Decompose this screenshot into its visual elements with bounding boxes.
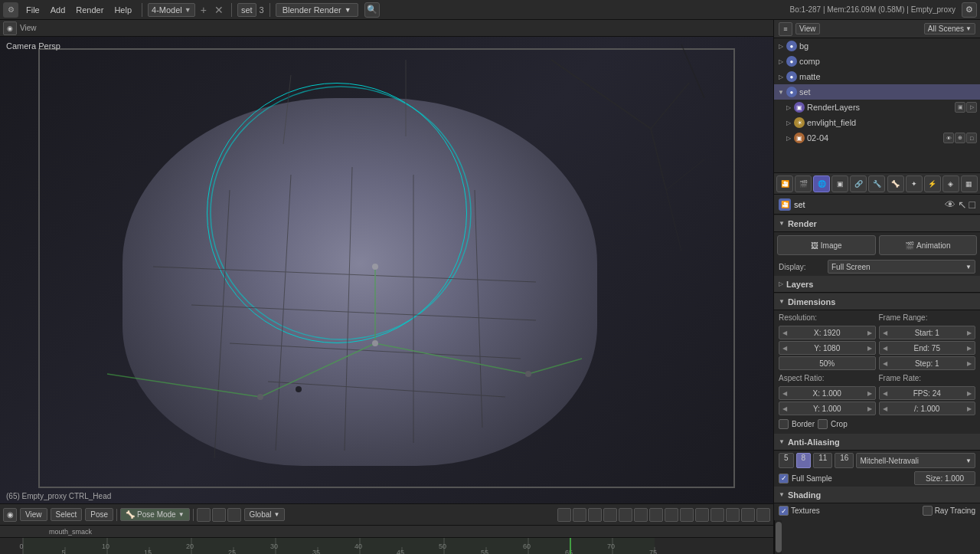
arrow-left[interactable]: ◀	[781, 390, 789, 397]
arrow-right[interactable]: ▶	[965, 405, 973, 412]
ctrl-btn7[interactable]	[649, 508, 663, 522]
scene-name[interactable]: set	[237, 3, 256, 17]
display-dropdown[interactable]: Full Screen ▼	[828, 260, 975, 274]
menu-help[interactable]: Help	[109, 4, 136, 16]
res-x-input[interactable]: ◀ X: 1920 ▶	[779, 326, 876, 339]
arrow-right[interactable]: ▶	[866, 329, 874, 336]
ctrl-btn5[interactable]	[619, 508, 632, 522]
viewport-body[interactable]: Camera Persp (65) Empty_proxy CTRL_Head	[0, 37, 773, 503]
render-icon-btn2[interactable]: ▷	[966, 102, 977, 113]
shading-section-header[interactable]: ▼ Shading	[774, 487, 980, 503]
view-btn[interactable]: View	[795, 23, 820, 34]
textures-checkbox[interactable]: ✓	[779, 506, 789, 516]
render-toggle-icon[interactable]: □	[969, 198, 975, 211]
search-icon[interactable]: 🔍	[364, 2, 380, 18]
outliner-item-comp[interactable]: ▷ ● comp	[774, 54, 980, 69]
arrow-right[interactable]: ▶	[965, 360, 973, 367]
ctrl-btn6[interactable]	[634, 508, 648, 522]
ctrl-btn3[interactable]	[588, 508, 602, 522]
ctrl-btn10[interactable]	[695, 508, 709, 522]
ctrl-btn4[interactable]	[603, 508, 617, 522]
mode-selector[interactable]: 🦴 Pose Mode ▼	[120, 508, 190, 521]
outliner-item-02-04[interactable]: ▷ ▣ 02-04 👁 ⊕ □	[774, 130, 980, 146]
material-props-icon[interactable]: ◈	[942, 175, 959, 192]
view-label[interactable]: View	[20, 24, 37, 32]
scene-props-icon[interactable]: 🎬	[795, 175, 812, 192]
ctrl-btn1[interactable]	[557, 508, 571, 522]
menu-render[interactable]: Render	[71, 4, 108, 16]
timeline-ruler[interactable]: 0 5 10 15 20 25 30 35 40 45 50	[0, 537, 773, 554]
border-checkbox[interactable]	[779, 419, 789, 429]
engine-selector[interactable]: Blender Render ▼	[276, 3, 358, 17]
ctrl-btn2[interactable]	[573, 508, 586, 522]
render-section-header[interactable]: ▼ Render	[774, 215, 980, 232]
ctrl-btn9[interactable]	[680, 508, 694, 522]
outliner-item-renderlayers[interactable]: ▷ ▣ RenderLayers ▣ ▷	[774, 100, 980, 115]
percent-input[interactable]: 50%	[779, 356, 876, 370]
ctrl-btn13[interactable]	[741, 508, 755, 522]
arrow-left[interactable]: ◀	[781, 345, 789, 352]
render-props-icon[interactable]: 🎦	[776, 175, 793, 192]
image-render-btn[interactable]: 🖼 Image	[777, 235, 876, 255]
fps-input[interactable]: ◀ FPS: 24 ▶	[879, 386, 976, 400]
outliner-item-set[interactable]: ▼ ● set	[774, 84, 980, 100]
start-input[interactable]: ◀ Start: 1 ▶	[879, 326, 976, 339]
ctrl-btn8[interactable]	[665, 508, 678, 522]
view-icon[interactable]: ◉	[3, 21, 17, 35]
snap-btn2[interactable]	[212, 508, 226, 522]
ray-tracing-checkbox[interactable]	[923, 506, 933, 516]
arrow-right[interactable]: ▶	[866, 390, 874, 397]
layers-section-header[interactable]: ▷ Layers	[774, 276, 980, 293]
res-y-input[interactable]: ◀ Y: 1080 ▶	[779, 341, 876, 355]
arrow-left[interactable]: ◀	[881, 329, 889, 336]
outliner-icon[interactable]: ≡	[779, 22, 792, 36]
armature-props-icon[interactable]: 🦴	[887, 175, 904, 192]
pose-btn[interactable]: Pose	[85, 508, 113, 521]
arrow-right[interactable]: ▶	[965, 345, 973, 352]
ctrl-btn14[interactable]	[756, 508, 770, 522]
constraint-props-icon[interactable]: 🔗	[850, 175, 867, 192]
cursor-icon[interactable]: ⊕	[955, 133, 965, 143]
step-input[interactable]: ◀ Step: 1 ▶	[879, 356, 976, 370]
snap-btn1[interactable]	[197, 508, 211, 522]
mesh-icon[interactable]: ◉	[3, 508, 17, 522]
arrow-left[interactable]: ◀	[881, 360, 889, 367]
scroll-thumb[interactable]	[776, 522, 782, 552]
aa-filter-dropdown[interactable]: Mitchell-Netravali ▼	[856, 453, 975, 468]
menu-add[interactable]: Add	[46, 4, 70, 16]
object-props-icon[interactable]: ▣	[831, 175, 848, 192]
arrow-left[interactable]: ◀	[881, 405, 889, 412]
right-scrollbar[interactable]	[774, 520, 782, 554]
crop-checkbox[interactable]	[818, 419, 828, 429]
ctrl-btn11[interactable]	[710, 508, 724, 522]
eye-icon[interactable]: 👁	[943, 133, 954, 143]
aa-section-header[interactable]: ▼ Anti-Aliasing	[774, 434, 980, 451]
outliner-item-matte[interactable]: ▷ ● matte	[774, 69, 980, 84]
size-input[interactable]: Size: 1.000	[914, 471, 975, 485]
particle-props-icon[interactable]: ✦	[906, 175, 923, 192]
outliner-item-bg[interactable]: ▷ ● bg	[774, 38, 980, 54]
modifier-props-icon[interactable]: 🔧	[868, 175, 885, 192]
snap-btn3[interactable]	[227, 508, 241, 522]
texture-props-icon[interactable]: ▦	[961, 175, 978, 192]
dims-section-header[interactable]: ▼ Dimensions	[774, 293, 980, 310]
search-btn[interactable]: 🔍	[364, 2, 380, 18]
animation-render-btn[interactable]: 🎬 Animation	[879, 235, 978, 255]
ctrl-btn12[interactable]	[726, 508, 740, 522]
end-input[interactable]: ◀ End: 75 ▶	[879, 341, 976, 355]
cursor-toggle-icon[interactable]: ↖	[958, 198, 967, 211]
close-workspace-btn[interactable]: ✕	[212, 4, 226, 16]
ay-input[interactable]: ◀ Y: 1.000 ▶	[779, 402, 876, 415]
arrow-right[interactable]: ▶	[965, 329, 973, 336]
scene-dropdown[interactable]: All Scenes ▼	[924, 23, 975, 34]
physics-props-icon[interactable]: ⚡	[924, 175, 941, 192]
aa-11-btn[interactable]: 11	[813, 453, 832, 468]
arrow-left[interactable]: ◀	[781, 329, 789, 336]
select-btn[interactable]: Select	[51, 508, 83, 521]
arrow-right[interactable]: ▶	[965, 390, 973, 397]
aa-16-btn[interactable]: 16	[835, 453, 854, 468]
settings-icon[interactable]: ⚙	[962, 2, 977, 18]
ax-input[interactable]: ◀ X: 1.000 ▶	[779, 386, 876, 400]
orientation-selector[interactable]: Global ▼	[244, 508, 286, 521]
arrow-left[interactable]: ◀	[881, 345, 889, 352]
